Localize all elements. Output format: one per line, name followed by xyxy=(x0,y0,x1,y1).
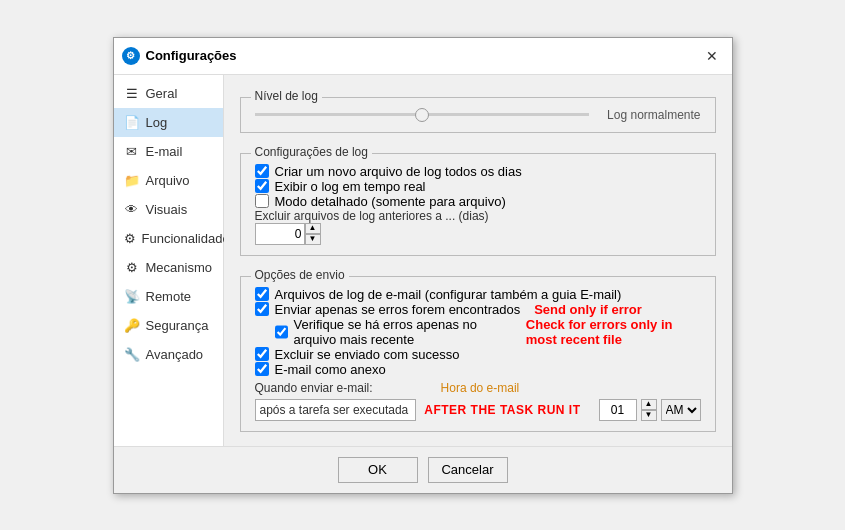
spinbox-buttons: ▲ ▼ xyxy=(305,223,321,245)
close-button[interactable]: ✕ xyxy=(700,44,724,68)
label-modo-detalhado: Modo detalhado (somente para arquivo) xyxy=(275,194,506,209)
log-config-title: Configurações de log xyxy=(251,145,372,159)
title-bar: ⚙ Configurações ✕ xyxy=(114,38,732,75)
hora-spinbox-up[interactable]: ▲ xyxy=(641,399,657,410)
excluir-row: Excluir arquivos de log anteriores a ...… xyxy=(255,209,701,223)
label-email-anexo: E-mail como anexo xyxy=(275,362,386,377)
excluir-input[interactable] xyxy=(255,223,305,245)
log-level-label: Log normalmente xyxy=(601,108,701,122)
ok-button[interactable]: OK xyxy=(338,457,418,483)
hora-select[interactable]: AM PM xyxy=(661,399,701,421)
send-item-email-anexo: E-mail como anexo xyxy=(255,362,701,377)
settings-dialog: ⚙ Configurações ✕ ☰ Geral 📄 Log ✉ E-mail… xyxy=(113,37,733,494)
send-item-verificar: Verifique se há erros apenas no arquivo … xyxy=(275,317,701,347)
geral-icon: ☰ xyxy=(124,86,140,101)
excluir-spinbox: ▲ ▼ xyxy=(255,223,701,245)
adv-icon: 🔧 xyxy=(124,347,140,362)
label-excluir-enviado: Excluir se enviado com sucesso xyxy=(275,347,460,362)
hora-input[interactable] xyxy=(599,399,637,421)
when-send-row: Quando enviar e-mail: Hora do e-mail xyxy=(255,381,701,395)
dialog-body: ☰ Geral 📄 Log ✉ E-mail 📁 Arquivo 👁 Visua… xyxy=(114,75,732,446)
when-send-input[interactable] xyxy=(255,399,417,421)
send-item-excluir: Excluir se enviado com sucesso xyxy=(255,347,701,362)
send-item-erros: Enviar apenas se erros forem encontrados… xyxy=(255,302,701,317)
hora-spinbox-buttons: ▲ ▼ xyxy=(641,399,657,421)
when-send-input-row: AFTER THE TASK RUN IT ▲ ▼ AM PM xyxy=(255,399,701,421)
check-errors-annotation: Check for errors only in most recent fil… xyxy=(526,317,701,347)
sidebar-item-arquivo[interactable]: 📁 Arquivo xyxy=(114,166,223,195)
sec-icon: 🔑 xyxy=(124,318,140,333)
sidebar-item-mecanismo[interactable]: ⚙ Mecanismo xyxy=(114,253,223,282)
excluir-label: Excluir arquivos de log anteriores a ...… xyxy=(255,209,489,223)
log-icon: 📄 xyxy=(124,115,140,130)
send-only-annotation: Send only if error xyxy=(534,302,642,317)
sidebar-item-geral[interactable]: ☰ Geral xyxy=(114,79,223,108)
spinbox-up[interactable]: ▲ xyxy=(305,223,321,234)
sidebar-label-email: E-mail xyxy=(146,144,183,159)
app-icon: ⚙ xyxy=(122,47,140,65)
sidebar-item-log[interactable]: 📄 Log xyxy=(114,108,223,137)
sidebar-label-remote: Remote xyxy=(146,289,192,304)
sidebar-label-arquivo: Arquivo xyxy=(146,173,190,188)
func-icon: ⚙ xyxy=(124,231,136,246)
sidebar-label-visuais: Visuais xyxy=(146,202,188,217)
sidebar-label-adv: Avançado xyxy=(146,347,204,362)
sidebar-label-geral: Geral xyxy=(146,86,178,101)
label-tempo-real: Exibir o log em tempo real xyxy=(275,179,426,194)
log-level-slider[interactable] xyxy=(255,113,589,116)
email-icon: ✉ xyxy=(124,144,140,159)
main-content: Nível de log Log normalmente Configuraçõ… xyxy=(224,75,732,446)
sidebar-label-sec: Segurança xyxy=(146,318,209,333)
label-enviar-erros: Enviar apenas se erros forem encontrados xyxy=(275,302,521,317)
checkbox-email-anexo[interactable] xyxy=(255,362,269,376)
checkbox-tempo-real[interactable] xyxy=(255,179,269,193)
hora-section: ▲ ▼ AM PM xyxy=(599,399,701,421)
sidebar-item-remote[interactable]: 📡 Remote xyxy=(114,282,223,311)
log-level-title: Nível de log xyxy=(251,89,322,103)
when-send-label: Quando enviar e-mail: xyxy=(255,381,373,395)
checkbox-novo-arquivo[interactable] xyxy=(255,164,269,178)
sidebar-label-mec: Mecanismo xyxy=(146,260,212,275)
mec-icon: ⚙ xyxy=(124,260,140,275)
after-task-annotation: AFTER THE TASK RUN IT xyxy=(424,403,580,417)
sidebar-item-seguranca[interactable]: 🔑 Segurança xyxy=(114,311,223,340)
log-level-section: Nível de log Log normalmente xyxy=(240,97,716,133)
cancel-button[interactable]: Cancelar xyxy=(428,457,508,483)
sidebar-label-func: Funcionalidade xyxy=(142,231,230,246)
label-arquivos-log: Arquivos de log de e-mail (configurar ta… xyxy=(275,287,622,302)
dialog-title: Configurações xyxy=(146,48,694,63)
sidebar-item-avancado[interactable]: 🔧 Avançado xyxy=(114,340,223,369)
label-novo-arquivo: Criar um novo arquivo de log todos os di… xyxy=(275,164,522,179)
send-item-arquivos: Arquivos de log de e-mail (configurar ta… xyxy=(255,287,701,302)
slider-container xyxy=(255,113,589,116)
log-config-item-tempo: Exibir o log em tempo real xyxy=(255,179,701,194)
checkbox-excluir-enviado[interactable] xyxy=(255,347,269,361)
log-config-section: Configurações de log Criar um novo arqui… xyxy=(240,153,716,256)
log-level-row: Log normalmente xyxy=(255,108,701,122)
sidebar-item-email[interactable]: ✉ E-mail xyxy=(114,137,223,166)
sidebar-item-funcionalidade[interactable]: ⚙ Funcionalidade xyxy=(114,224,223,253)
sidebar: ☰ Geral 📄 Log ✉ E-mail 📁 Arquivo 👁 Visua… xyxy=(114,75,224,446)
send-options-title: Opções de envio xyxy=(251,268,349,282)
log-config-item-detalhado: Modo detalhado (somente para arquivo) xyxy=(255,194,701,209)
label-verificar-erros: Verifique se há erros apenas no arquivo … xyxy=(294,317,512,347)
sidebar-label-log: Log xyxy=(146,115,168,130)
arquivo-icon: 📁 xyxy=(124,173,140,188)
hora-spinbox-down[interactable]: ▼ xyxy=(641,410,657,421)
dialog-footer: OK Cancelar xyxy=(114,446,732,493)
visuais-icon: 👁 xyxy=(124,202,140,217)
checkbox-modo-detalhado[interactable] xyxy=(255,194,269,208)
sidebar-item-visuais[interactable]: 👁 Visuais xyxy=(114,195,223,224)
spinbox-down[interactable]: ▼ xyxy=(305,234,321,245)
hora-label: Hora do e-mail xyxy=(441,381,520,395)
checkbox-arquivos-log[interactable] xyxy=(255,287,269,301)
checkbox-verificar-erros[interactable] xyxy=(275,325,288,339)
checkbox-enviar-erros[interactable] xyxy=(255,302,269,316)
remote-icon: 📡 xyxy=(124,289,140,304)
log-config-item-novo: Criar um novo arquivo de log todos os di… xyxy=(255,164,701,179)
send-options-section: Opções de envio Arquivos de log de e-mai… xyxy=(240,276,716,432)
